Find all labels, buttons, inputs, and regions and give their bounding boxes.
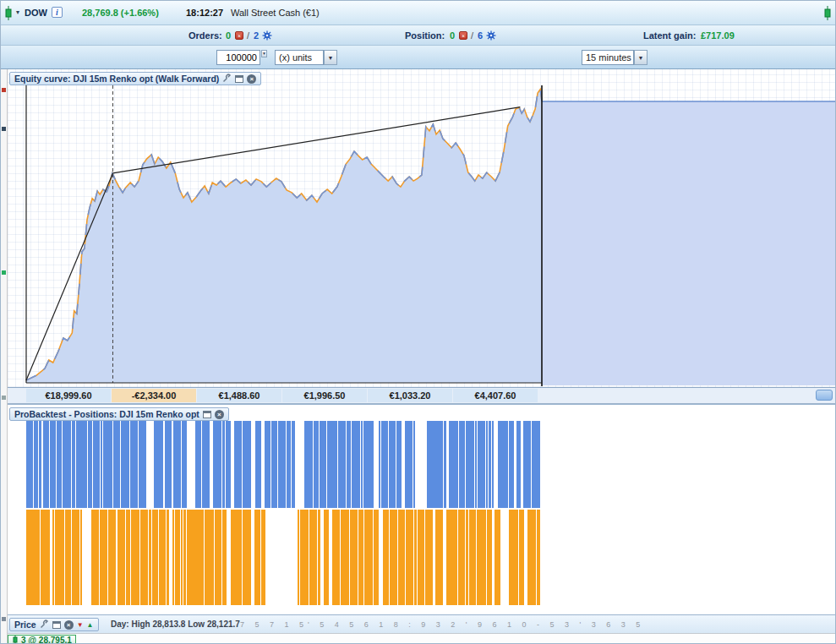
short-positions-bar (52, 510, 54, 605)
long-positions-bar (103, 421, 113, 508)
long-positions-bar (405, 421, 413, 508)
short-positions-bar (477, 510, 486, 605)
gutter-mark-gray[interactable] (2, 396, 6, 400)
long-positions-bar (327, 421, 335, 508)
stat-value-5: €1,033.20 (368, 389, 452, 402)
wrench-icon[interactable] (222, 74, 232, 85)
long-positions-bar (34, 421, 38, 508)
units-select-arrow-icon[interactable]: ▼ (324, 50, 337, 65)
instrument-name[interactable]: DOW (25, 8, 47, 18)
short-positions-bar (55, 510, 65, 605)
short-positions-bar (65, 510, 71, 605)
stepper-down-icon[interactable]: ▼ (261, 50, 267, 57)
stats-scrollbar-thumb[interactable] (816, 390, 833, 401)
latent-gain-value: £717.09 (701, 30, 735, 41)
long-positions-bar (347, 421, 351, 508)
close-icon[interactable]: × (247, 74, 256, 84)
cancel-orders-icon[interactable]: × (235, 31, 243, 40)
short-positions-bar (519, 510, 524, 605)
long-positions-bar (202, 421, 210, 508)
short-positions-bar (383, 510, 390, 605)
orders-settings-gear-icon[interactable] (262, 30, 272, 42)
long-positions-bar (72, 421, 76, 508)
price-panel-title: Price (14, 619, 36, 630)
long-positions-bar (427, 421, 434, 508)
short-positions-bar (398, 510, 406, 605)
close-icon[interactable]: × (215, 410, 224, 419)
short-positions-bar (332, 510, 340, 605)
price-panel-label[interactable]: Price × ▼ ▲ (9, 618, 99, 631)
quantity-stepper[interactable]: ▲ ▼ (261, 50, 272, 65)
positions-panel[interactable]: ProBacktest - Positions: DJI 15m Renko o… (1, 404, 835, 614)
close-position-icon[interactable]: × (459, 31, 467, 40)
forward-flat-region (542, 101, 836, 385)
gutter-mark-bottom[interactable] (2, 617, 6, 621)
gutter-mark-red[interactable] (2, 88, 6, 92)
long-positions-bar (396, 421, 402, 508)
short-positions-bar (309, 510, 317, 605)
trading-platform-window: ▾ DOW i 28,769.8 (+1.66%) 18:12:27 Wall … (0, 0, 836, 644)
equity-panel-label[interactable]: Equity curve: DJI 15m Renko opt (Walk Fo… (9, 72, 261, 85)
short-positions-bar (261, 510, 265, 605)
short-positions-bar (167, 510, 169, 605)
long-positions-bar (226, 421, 231, 508)
positions-panel-label[interactable]: ProBacktest - Positions: DJI 15m Renko o… (9, 407, 229, 421)
long-positions-bar (128, 421, 129, 508)
short-positions-bar (159, 510, 166, 605)
short-positions-bar (300, 510, 309, 605)
long-positions-bar (43, 421, 49, 508)
long-positions-bar (154, 421, 163, 508)
window-icon[interactable] (203, 411, 211, 418)
gutter-mark-green[interactable] (2, 270, 6, 275)
timeframe-select-arrow-icon[interactable]: ▼ (634, 50, 647, 65)
units-select[interactable]: (x) units (275, 50, 324, 65)
short-positions-bar (238, 510, 242, 605)
equity-panel-title: Equity curve: DJI 15m Renko opt (Walk Fo… (14, 74, 219, 84)
short-positions-bar (108, 510, 116, 605)
move-up-icon[interactable]: ▲ (87, 621, 94, 629)
short-positions-bar (358, 510, 363, 605)
long-positions-bar (352, 421, 361, 508)
equity-curve-chart[interactable] (8, 85, 836, 386)
open-position-badge[interactable]: 3 @ 28,795.1 (8, 635, 76, 644)
wrench-icon[interactable] (40, 619, 49, 630)
long-positions-bar (314, 421, 319, 508)
short-positions-bar (254, 510, 260, 605)
long-positions-bar (195, 421, 201, 508)
long-positions-bar (173, 421, 181, 508)
chart-style-icon[interactable] (822, 5, 833, 23)
info-icon[interactable]: i (52, 7, 63, 18)
long-positions-bar (265, 421, 270, 508)
short-positions-bar (100, 510, 108, 605)
window-icon[interactable] (52, 621, 61, 629)
gutter-mark-dark[interactable] (2, 127, 6, 131)
quantity-input[interactable] (216, 50, 260, 65)
long-positions-bar (243, 421, 251, 508)
instrument-dropdown-arrow-icon[interactable]: ▾ (16, 8, 19, 16)
long-positions-bar (381, 421, 388, 508)
long-positions-bar (523, 421, 532, 508)
window-icon[interactable] (235, 75, 243, 83)
position-settings-gear-icon[interactable] (486, 30, 496, 42)
short-positions-bar (140, 510, 149, 605)
latent-gain-label: Latent gain: (643, 30, 696, 41)
short-positions-bar (91, 510, 98, 605)
long-positions-bar (444, 421, 446, 508)
long-positions-bar (121, 421, 128, 508)
short-positions-bar (117, 510, 125, 605)
short-positions-bar (364, 510, 373, 605)
long-positions-bar (39, 421, 41, 508)
timeframe-select[interactable]: 15 minutes (582, 50, 634, 65)
long-positions-bar (113, 421, 120, 508)
close-icon[interactable]: × (64, 620, 74, 630)
orders-count: 0 (226, 30, 231, 41)
short-positions-bar (446, 510, 451, 605)
short-positions-bar (494, 510, 500, 605)
long-positions-bar (88, 421, 93, 508)
orders-max: 2 (254, 30, 259, 41)
candle-chart-icon[interactable] (3, 5, 14, 23)
move-down-icon[interactable]: ▼ (77, 621, 84, 629)
short-positions-bar (36, 510, 39, 605)
left-toolbar-gutter[interactable] (1, 69, 8, 643)
bottom-strip: 3 @ 28,795.1 (1, 633, 835, 644)
